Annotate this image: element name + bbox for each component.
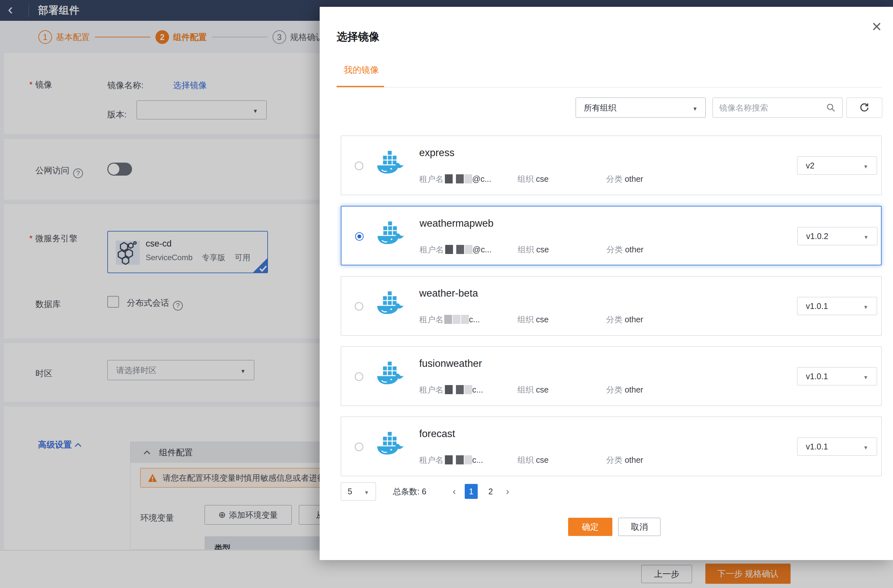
image-row-fusionweather[interactable]: fusionweather 租户名c... 组织 cse 分类 other v1…: [341, 346, 882, 406]
org-value: cse: [536, 245, 549, 254]
chevron-down-icon: [863, 301, 868, 311]
category-value: other: [625, 455, 643, 465]
tenant-masked: c...: [472, 385, 483, 394]
image-name: fusionweather: [419, 358, 482, 370]
tab-bottom-border: [337, 87, 882, 87]
redacted-block: [465, 245, 472, 254]
refresh-icon: [859, 102, 870, 113]
version-dropdown[interactable]: v1.0.1: [797, 367, 877, 385]
radio-button[interactable]: [355, 162, 363, 170]
org-value: cse: [536, 385, 549, 394]
version-value: v1.0.2: [806, 232, 828, 241]
category-value: other: [625, 245, 643, 254]
image-row-weather-beta[interactable]: weather-beta 租户名c... 组织 cse 分类 other v1.…: [341, 276, 882, 335]
category-value: other: [625, 174, 643, 183]
image-name: express: [419, 147, 455, 159]
docker-icon: [376, 430, 404, 458]
refresh-button[interactable]: [846, 98, 882, 118]
redacted-block: [445, 385, 453, 394]
version-dropdown[interactable]: v1.0.1: [797, 297, 877, 315]
redacted-block: [465, 455, 472, 465]
redacted-block: [444, 315, 452, 324]
image-search-box: [713, 98, 843, 118]
docker-icon: [376, 289, 404, 317]
tab-my-images[interactable]: 我的镜像: [344, 64, 379, 76]
page-1-button[interactable]: 1: [465, 484, 478, 499]
version-dropdown[interactable]: v1.0.1: [797, 438, 877, 456]
org-value: cse: [536, 174, 549, 183]
chevron-down-icon: [863, 161, 868, 170]
close-icon[interactable]: [868, 18, 885, 35]
tenant-masked: @c...: [472, 174, 492, 183]
redacted-block: [445, 245, 453, 254]
confirm-button[interactable]: 确定: [568, 518, 612, 536]
redacted-block: [456, 245, 464, 254]
search-icon[interactable]: [826, 103, 836, 113]
version-value: v1.0.1: [806, 442, 828, 451]
image-row-weathermapweb[interactable]: weathermapweb 租户名@c... 组织 cse 分类 other v…: [341, 206, 882, 265]
radio-button[interactable]: [355, 372, 363, 381]
total-count-value: 6: [422, 487, 426, 496]
screen: 部署组件 1 基本配置 2 组件配置 3 规格确认 镜像 镜像名称: 选择镜像 …: [0, 0, 893, 588]
org-filter-value: 所有组织: [584, 102, 616, 113]
prev-page-icon[interactable]: [447, 486, 462, 497]
redacted-block: [456, 455, 464, 465]
version-dropdown[interactable]: v1.0.2: [797, 227, 877, 245]
chevron-down-icon: [364, 487, 369, 496]
tenant-masked: @c...: [472, 245, 492, 254]
version-value: v1.0.1: [806, 301, 828, 311]
pagination: 5 总条数: 6 1 2: [341, 482, 515, 501]
redacted-block: [453, 315, 460, 324]
total-count: 总条数: 6: [393, 486, 426, 497]
category-value: other: [625, 385, 643, 394]
cancel-button[interactable]: 取消: [618, 518, 660, 536]
org-value: cse: [536, 455, 549, 465]
image-search-input[interactable]: [719, 103, 826, 113]
radio-button[interactable]: [355, 232, 364, 241]
docker-icon: [376, 149, 404, 177]
next-page-icon[interactable]: [501, 486, 515, 497]
radio-button[interactable]: [355, 302, 363, 311]
select-image-modal: 选择镜像 我的镜像 所有组织 express 租户: [320, 7, 893, 560]
version-value: v2: [806, 161, 814, 170]
image-name: weather-beta: [419, 287, 478, 299]
version-dropdown[interactable]: v2: [797, 156, 877, 174]
redacted-block: [465, 385, 472, 394]
redacted-block: [456, 174, 464, 183]
redacted-block: [445, 455, 453, 465]
org-filter-dropdown[interactable]: 所有组织: [576, 98, 706, 118]
redacted-block: [461, 315, 469, 324]
image-row-express[interactable]: express 租户名@c... 组织 cse 分类 other v2: [341, 135, 882, 195]
modal-title: 选择镜像: [337, 30, 379, 44]
image-row-forecast[interactable]: forecast 租户名c... 组织 cse 分类 other v1.0.1: [341, 417, 882, 476]
page-2-button[interactable]: 2: [484, 484, 497, 499]
page-size-value: 5: [348, 487, 352, 496]
version-value: v1.0.1: [806, 372, 828, 381]
docker-icon: [376, 360, 404, 388]
image-name: forecast: [419, 428, 455, 440]
redacted-block: [456, 385, 464, 394]
redacted-block: [445, 174, 453, 183]
chevron-down-icon: [863, 372, 868, 381]
radio-button[interactable]: [355, 443, 363, 451]
org-value: cse: [536, 315, 549, 324]
chevron-down-icon: [863, 232, 869, 241]
tenant-masked: c...: [472, 455, 483, 465]
redacted-block: [465, 174, 472, 183]
category-value: other: [625, 315, 643, 324]
docker-icon: [377, 220, 404, 248]
tenant-masked: c...: [469, 315, 480, 324]
chevron-down-icon: [863, 442, 868, 451]
page-size-dropdown[interactable]: 5: [341, 482, 376, 501]
chevron-down-icon: [692, 103, 698, 113]
image-name: weathermapweb: [419, 218, 493, 229]
